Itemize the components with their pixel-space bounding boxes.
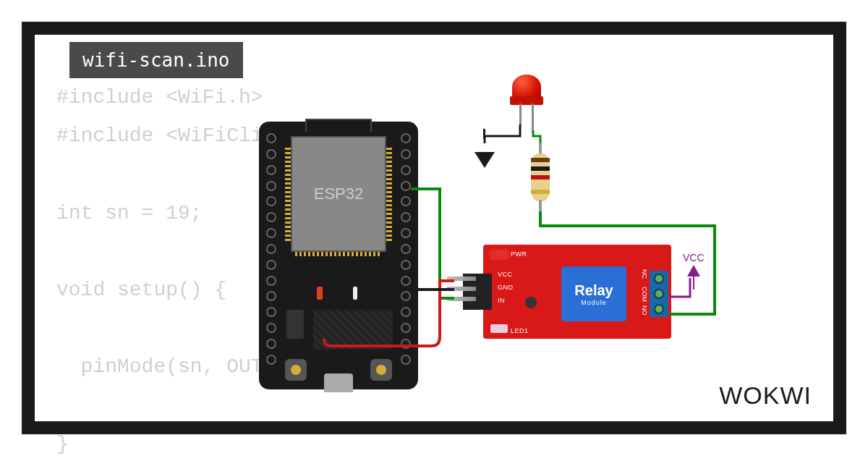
resistor-component[interactable]	[531, 143, 550, 211]
circuit-canvas[interactable]: ESP32 PWR VCC GND IN LED1 Relay	[35, 35, 833, 421]
relay-gnd-label: GND	[498, 284, 514, 291]
esp32-regulator-icon	[286, 310, 304, 339]
relay-subtitle: Module	[581, 299, 607, 306]
relay-nc-label: NC	[641, 269, 648, 279]
vcc-symbol: VCC	[683, 252, 705, 290]
esp32-en-button[interactable]	[285, 359, 307, 381]
led-anode-leg	[532, 104, 534, 132]
relay-pwr-led-icon	[490, 250, 508, 259]
code-line: }	[56, 433, 69, 455]
vcc-arrow-icon	[687, 265, 700, 276]
relay-led1-label: LED1	[511, 327, 529, 334]
led-component[interactable]	[512, 75, 541, 99]
relay-coil-block: Relay Module	[561, 266, 626, 321]
relay-capacitor-icon	[525, 297, 537, 308]
relay-led1-icon	[490, 324, 508, 333]
resistor-lead	[539, 200, 542, 211]
ground-symbol-icon	[475, 153, 495, 169]
relay-module[interactable]: PWR VCC GND IN LED1 Relay Module NC COM …	[483, 245, 671, 339]
resistor-body	[531, 153, 550, 201]
wire-led-ground-black[interactable]	[485, 124, 520, 143]
resistor-band	[531, 166, 550, 171]
relay-com-label: COM	[641, 287, 648, 302]
esp32-boot-button[interactable]	[370, 359, 392, 381]
esp32-usb-port-icon	[324, 373, 353, 392]
esp32-chip-label: ESP32	[314, 185, 364, 203]
led-cathode-leg	[519, 104, 522, 125]
file-tab[interactable]: wifi-scan.ino	[69, 42, 243, 78]
vcc-label: VCC	[683, 252, 705, 263]
resistor-band	[531, 158, 550, 162]
relay-in-label: IN	[498, 297, 505, 304]
esp32-board[interactable]: ESP32	[259, 122, 418, 389]
file-tab-label: wifi-scan.ino	[82, 49, 230, 71]
led-bulb-icon	[512, 75, 541, 99]
relay-screw-terminal	[650, 271, 668, 317]
esp32-antenna	[305, 119, 372, 132]
esp32-chip: ESP32	[291, 136, 386, 252]
relay-input-pins	[447, 276, 476, 301]
resistor-band	[531, 175, 550, 180]
esp32-pin-header-right	[401, 133, 411, 365]
resistor-band	[531, 190, 550, 194]
relay-title: Relay	[574, 282, 613, 299]
wires-layer	[35, 35, 833, 421]
relay-vcc-label: VCC	[498, 271, 513, 278]
wire-led-resistor-green[interactable]	[533, 130, 540, 143]
esp32-pin-header-left	[266, 133, 276, 365]
esp32-smd-area-icon	[313, 310, 393, 350]
frame: wifi-scan.ino #include <WiFi.h> #include…	[22, 22, 846, 434]
esp32-status-led-icon	[353, 287, 357, 300]
esp32-power-led-icon	[317, 287, 323, 300]
relay-pwr-label: PWR	[511, 250, 527, 258]
relay-no-label: NO	[641, 305, 648, 316]
